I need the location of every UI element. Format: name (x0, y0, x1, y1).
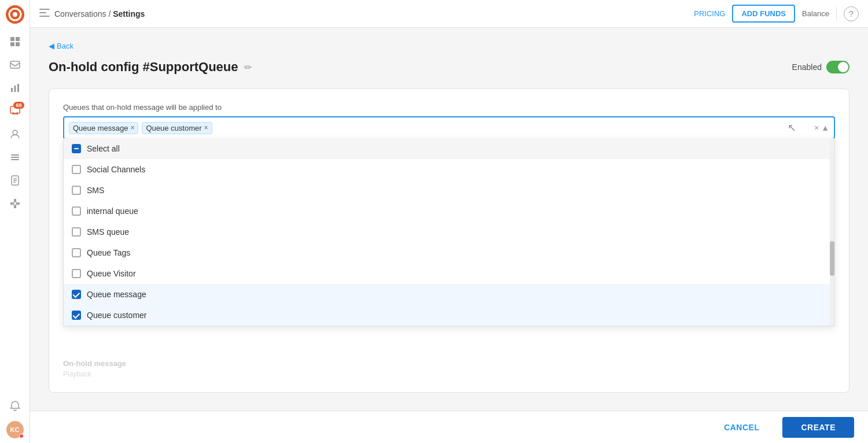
queues-multi-select[interactable]: Queue message × Queue customer × ↖ × ▲ (63, 116, 835, 139)
on-hold-section-behind: On-hold message Playback (63, 359, 835, 378)
dropdown-item-select-all[interactable]: Select all (64, 138, 834, 159)
user-initials: KC (10, 426, 20, 433)
back-label: Back (57, 42, 73, 50)
checkbox-select-all[interactable] (72, 144, 81, 153)
dropdown-item-sms-queue[interactable]: SMS queue (64, 221, 834, 242)
dropdown-scrollbar-thumb[interactable] (830, 241, 834, 276)
tag-queue-customer[interactable]: Queue customer × (142, 122, 212, 134)
svg-rect-17 (14, 199, 16, 201)
checkbox-social-channels[interactable] (72, 165, 81, 174)
svg-rect-3 (10, 37, 14, 41)
sidebar-item-contacts[interactable] (5, 124, 25, 145)
mouse-cursor-icon: ↖ (788, 121, 796, 134)
form-card: Queues that on-hold message will be appl… (49, 88, 849, 393)
svg-rect-5 (10, 42, 14, 46)
svg-rect-18 (14, 206, 16, 208)
dropdown-item-queue-message[interactable]: Queue message (64, 284, 834, 305)
dropdown-label-sms-queue: SMS queue (87, 227, 129, 237)
dropdown-item-queue-visitor[interactable]: Queue Visitor (64, 263, 834, 284)
dropdown-item-queue-tags[interactable]: Queue Tags (64, 242, 834, 263)
svg-rect-13 (11, 154, 19, 156)
svg-rect-14 (11, 157, 19, 158)
svg-point-21 (13, 202, 17, 205)
topnav-divider (836, 7, 837, 21)
checkbox-sms[interactable] (72, 186, 81, 195)
sidebar-item-conversations[interactable]: 68 (5, 101, 25, 121)
checkbox-queue-tags[interactable] (72, 248, 81, 257)
balance-label: Balance (802, 9, 829, 18)
sidebar-item-audit[interactable] (5, 170, 25, 191)
user-status-dot (19, 434, 24, 438)
dropdown-label-queue-message: Queue message (87, 290, 146, 299)
sidebar-item-list[interactable] (5, 147, 25, 168)
svg-rect-20 (17, 202, 20, 205)
page-header: On-hold config #SupportQueue ✏ Enabled (49, 60, 849, 75)
dropdown-item-sms[interactable]: SMS (64, 180, 834, 201)
svg-rect-9 (14, 86, 16, 92)
main-area: Conversations / Settings PRICING ADD FUN… (30, 0, 868, 443)
dropdown-label-queue-tags: Queue Tags (87, 248, 130, 257)
dropdown-item-social-channels[interactable]: Social Channels (64, 159, 834, 180)
tag-queue-customer-label: Queue customer (146, 124, 201, 132)
topnav: Conversations / Settings PRICING ADD FUN… (30, 0, 868, 28)
checkbox-queue-visitor[interactable] (72, 269, 81, 278)
dropdown-scrollbar-track (830, 138, 834, 326)
tag-queue-customer-close[interactable]: × (204, 124, 208, 131)
svg-rect-7 (10, 61, 20, 68)
checkbox-internal-queue[interactable] (72, 206, 81, 216)
svg-rect-4 (16, 37, 20, 41)
dropdown-item-queue-customer[interactable]: Queue customer (64, 305, 834, 326)
breadcrumb-base: Conversations / (54, 9, 111, 19)
dropdown-item-internal-queue[interactable]: internal queue (64, 201, 834, 221)
svg-rect-6 (16, 42, 20, 46)
footer-bar: CANCEL CREATE (30, 411, 868, 443)
tag-queue-message-label: Queue message (73, 124, 128, 132)
sidebar-item-inbox[interactable] (5, 54, 25, 75)
add-funds-button[interactable]: ADD FUNDS (732, 5, 795, 23)
edit-title-icon[interactable]: ✏ (244, 62, 252, 73)
dropdown-label-sms: SMS (87, 186, 104, 195)
user-avatar[interactable]: KC (6, 421, 24, 438)
clear-select-button[interactable]: × (814, 123, 819, 132)
pricing-link[interactable]: PRICING (694, 9, 725, 18)
tag-queue-message[interactable]: Queue message × (69, 122, 138, 134)
sidebar-item-dashboard[interactable] (5, 31, 25, 52)
dropdown-label-select-all: Select all (87, 144, 120, 153)
dropdown-label-social-channels: Social Channels (87, 165, 145, 174)
svg-point-2 (13, 12, 17, 17)
dropdown-label-queue-visitor: Queue Visitor (87, 269, 136, 278)
page-content: ◀ Back On-hold config #SupportQueue ✏ En… (30, 28, 868, 443)
back-link[interactable]: ◀ Back (49, 42, 849, 50)
queues-dropdown: Select all Social Channels SMS internal … (63, 138, 835, 326)
tag-queue-message-close[interactable]: × (130, 124, 134, 131)
enabled-label: Enabled (792, 62, 822, 72)
checkbox-queue-customer[interactable] (72, 311, 81, 320)
svg-point-12 (13, 130, 17, 135)
select-controls: × ▲ (814, 123, 829, 132)
cancel-button[interactable]: CANCEL (708, 417, 775, 438)
help-icon[interactable]: ? (844, 6, 859, 21)
svg-rect-8 (11, 88, 13, 92)
app-logo[interactable] (5, 5, 25, 24)
checkbox-sms-queue[interactable] (72, 227, 81, 237)
dropdown-label-internal-queue: internal queue (87, 206, 138, 216)
sidebar: 68 KC (0, 0, 30, 443)
breadcrumb: Conversations / Settings (54, 9, 145, 19)
svg-rect-19 (10, 202, 13, 205)
expand-nav-button[interactable] (39, 8, 50, 20)
enabled-toggle[interactable] (826, 61, 849, 73)
breadcrumb-current: Settings (113, 9, 145, 19)
sidebar-item-settings[interactable] (5, 193, 25, 214)
sidebar-item-reports[interactable] (5, 77, 25, 98)
sidebar-item-notifications[interactable] (5, 396, 25, 416)
create-button[interactable]: CREATE (782, 417, 854, 438)
checkbox-queue-message[interactable] (72, 290, 81, 299)
queues-select-input[interactable]: Queue message × Queue customer × ↖ × ▲ (63, 116, 835, 139)
collapse-select-button[interactable]: ▲ (821, 123, 829, 132)
conversations-badge: 68 (13, 102, 24, 109)
page-title: On-hold config #SupportQueue (49, 60, 238, 75)
queues-field-label: Queues that on-hold message will be appl… (63, 103, 835, 112)
back-arrow-icon: ◀ (49, 42, 54, 50)
dropdown-label-queue-customer: Queue customer (87, 311, 147, 320)
svg-rect-15 (11, 159, 19, 160)
